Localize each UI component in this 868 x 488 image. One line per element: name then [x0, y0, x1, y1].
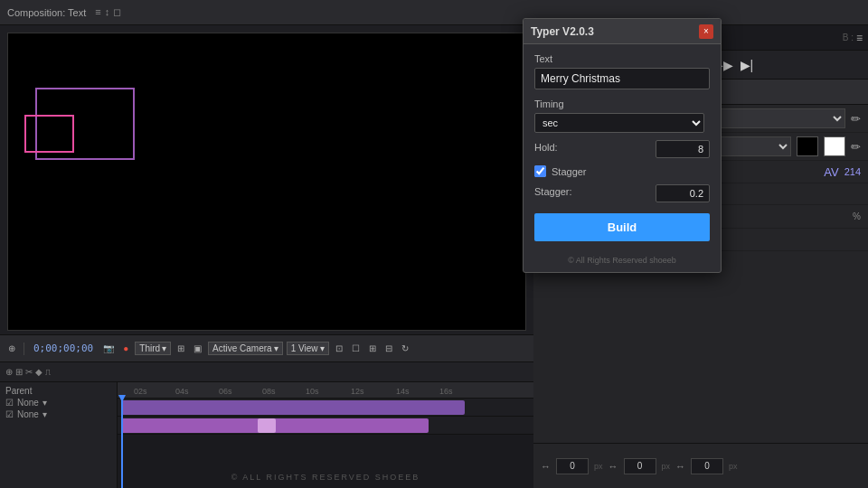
clip-1[interactable] — [121, 400, 465, 415]
tl-key-icon[interactable]: ◆ — [35, 367, 42, 377]
text-label: Text — [534, 53, 710, 64]
arrow-icon-3: ↔ — [675, 461, 685, 472]
track-1 — [118, 399, 533, 417]
third-chevron: ▾ — [162, 343, 166, 353]
ruler-mark-5: 12s — [351, 387, 364, 396]
copyright-text: © ALL RIGHTS RESERVED SHOEEB — [231, 473, 420, 482]
ruler-mark-3: 08s — [262, 387, 276, 396]
ruler-mark-4: 10s — [306, 387, 319, 396]
layer-row-1[interactable]: ☑ None ▾ — [5, 398, 111, 408]
tl-clip-icon[interactable]: ✂ — [25, 367, 33, 377]
stagger-checkbox-label: Stagger — [552, 166, 587, 177]
top-bar: Composition: Text ≡ ↕ ◻ — [0, 0, 868, 25]
layout-btn[interactable]: ⊟ — [382, 342, 395, 355]
timing-row: sec frames — [534, 113, 710, 133]
timeline-tracks: 02s 04s 06s 08s 10s 12s 14s 16s — [118, 382, 533, 488]
arrow-icon-1: ↔ — [541, 461, 551, 472]
layer-chevron-1[interactable]: ▾ — [42, 398, 47, 408]
third-dropdown[interactable]: Third ▾ — [135, 342, 171, 355]
check-icon-2[interactable]: ☑ — [5, 409, 14, 419]
parent-label: Parent — [5, 386, 32, 396]
stagger-row: Stagger: — [534, 184, 710, 202]
stagger-label: Stagger: — [534, 186, 572, 197]
fit-btn[interactable]: ⊡ — [333, 342, 345, 355]
ruler-mark-7: 16s — [439, 387, 453, 396]
px-input-2[interactable] — [624, 458, 656, 474]
pixel-btn[interactable]: ☐ — [349, 342, 363, 355]
snapshot-btn[interactable]: 📷 — [100, 342, 117, 355]
arrow-icon-2: ↔ — [609, 461, 618, 472]
timecode: 0;00;00;00 — [33, 343, 93, 354]
ruler-mark-6: 14s — [396, 387, 410, 396]
playhead[interactable] — [121, 399, 123, 488]
safe-btn[interactable]: ▣ — [191, 342, 204, 355]
px-label-1: px — [594, 462, 603, 471]
bottom-row: ↔ px ↔ px ↔ px — [533, 443, 868, 488]
stagger-input[interactable] — [656, 184, 710, 202]
resize-icon[interactable]: ↕ — [105, 6, 110, 18]
build-button[interactable]: Build — [534, 213, 710, 241]
window-icon[interactable]: ◻ — [113, 6, 121, 18]
tl-search-icon[interactable]: ⊞ — [15, 367, 23, 377]
layer-label-2: None — [17, 409, 39, 419]
px-input-1[interactable] — [556, 458, 589, 474]
timeline-ruler: 02s 04s 06s 08s 10s 12s 14s 16s — [118, 382, 533, 399]
px-label-2: px — [662, 462, 671, 471]
color-swatch-black[interactable] — [797, 136, 818, 156]
ruler-mark-0: 02s — [134, 387, 147, 396]
tl-graph-icon[interactable]: ⎍ — [45, 367, 51, 377]
separator-1 — [24, 343, 24, 355]
check-icon-1[interactable]: ☑ — [5, 398, 14, 408]
track-2 — [118, 417, 533, 435]
preview-canvas — [7, 33, 526, 331]
timeline-body: Parent ☑ None ▾ ☑ None ▾ 02s — [0, 382, 533, 488]
stagger-checkbox[interactable] — [534, 165, 546, 177]
text-input[interactable] — [534, 68, 710, 89]
workspace-btn[interactable]: ⊕ — [5, 342, 18, 355]
color-swatch-white[interactable] — [824, 136, 845, 156]
top-bar-icons: ≡ ↕ ◻ — [95, 6, 121, 18]
typer-title-bar: Typer V2.0.3 × — [524, 19, 721, 44]
layer-label-1: None — [17, 398, 39, 408]
typer-footer: © All Rights Reserved shoeeb — [524, 250, 721, 272]
hold-row: Hold: — [534, 140, 710, 158]
kerning-icon: AV — [824, 165, 838, 179]
layer-row-2[interactable]: ☑ None ▾ — [5, 409, 111, 419]
selection-outline-pink — [24, 115, 74, 153]
hold-input[interactable] — [656, 140, 710, 158]
timeline-tools: ⊕ ⊞ ✂ ◆ ⎍ — [5, 367, 51, 377]
grid-btn[interactable]: ⊞ — [175, 342, 187, 355]
main-layout: ⊕ 0;00;00;00 📷 ● Third ▾ ⊞ ▣ Active Came… — [0, 25, 868, 488]
canvas-inner — [8, 33, 525, 330]
timeline-area: ⊕ ⊞ ✂ ◆ ⎍ Parent ☑ None ▾ — [0, 361, 533, 488]
view-chevron: ▾ — [320, 343, 325, 353]
menu-strip-btn[interactable]: ≡ — [856, 32, 863, 44]
app-title: Composition: Text — [7, 7, 86, 18]
timing-select[interactable]: sec frames — [534, 113, 704, 133]
color-btn[interactable]: ● — [120, 342, 131, 355]
timeline-header: ⊕ ⊞ ✂ ◆ ⎍ — [0, 362, 533, 382]
layer-header-row: Parent — [5, 386, 111, 396]
camera-label: Active Camera — [212, 343, 272, 353]
ruler-mark-1: 04s — [175, 387, 189, 396]
timeline-layers: Parent ☑ None ▾ ☑ None ▾ — [0, 382, 118, 488]
hold-label: Hold: — [534, 142, 558, 153]
typer-dialog: Typer V2.0.3 × Text Timing sec frames Ho… — [523, 18, 722, 273]
ruler-mark-2: 06s — [219, 387, 232, 396]
font-edit-icon[interactable]: ✏ — [851, 112, 861, 126]
view-label: 1 View — [291, 343, 318, 353]
px-input-3[interactable] — [691, 458, 723, 474]
b-label: B : — [843, 33, 854, 42]
menu-icon[interactable]: ≡ — [95, 6, 100, 18]
layer-chevron-2[interactable]: ▾ — [42, 409, 47, 419]
camera-dropdown[interactable]: Active Camera ▾ — [208, 342, 283, 355]
view-dropdown[interactable]: 1 View ▾ — [287, 342, 329, 355]
typer-close-button[interactable]: × — [699, 24, 713, 39]
stagger-checkbox-row: Stagger — [534, 165, 710, 177]
last-frame-btn[interactable]: ▶| — [741, 58, 754, 72]
color-edit-icon[interactable]: ✏ — [851, 140, 861, 154]
flow-btn[interactable]: ↻ — [399, 342, 411, 355]
chart-btn[interactable]: ⊞ — [366, 342, 379, 355]
typer-title: Typer V2.0.3 — [531, 25, 594, 38]
tl-home-icon[interactable]: ⊕ — [5, 367, 13, 377]
